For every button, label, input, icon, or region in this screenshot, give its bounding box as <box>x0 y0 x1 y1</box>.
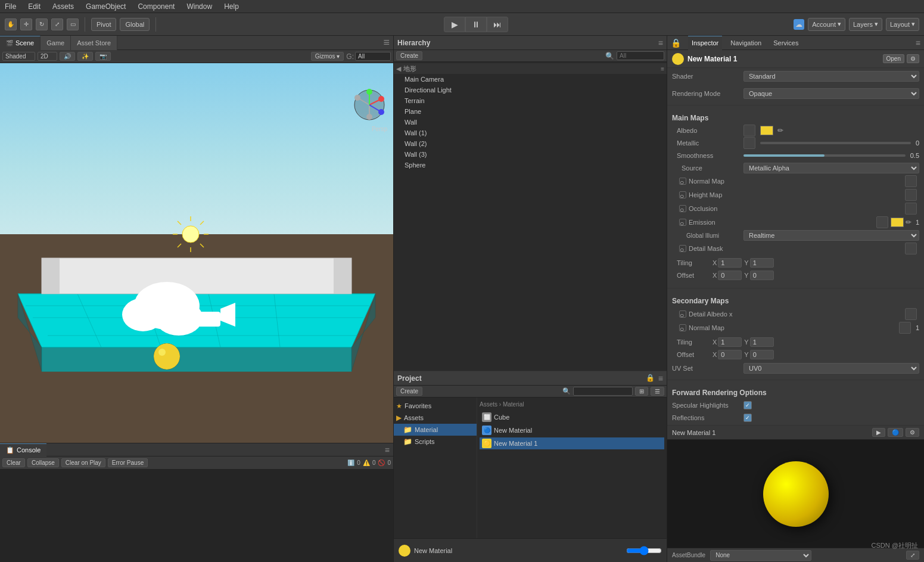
move-tool[interactable]: ✛ <box>20 18 32 30</box>
shade-dropdown[interactable]: Shaded <box>2 52 35 61</box>
cloud-icon[interactable]: ☁ <box>794 19 804 30</box>
preview-play-btn[interactable]: ▶ <box>872 428 885 437</box>
project-sort-btn[interactable]: ⊞ <box>635 387 648 396</box>
metallic-map-slot[interactable] <box>743 137 755 149</box>
tab-asset-store[interactable]: Asset Store <box>71 36 117 50</box>
list-item[interactable]: Wall (1) <box>394 128 667 138</box>
list-item[interactable]: Wall (2) <box>394 138 667 149</box>
secondary-normal-slot[interactable] <box>899 322 911 334</box>
tab-services[interactable]: Services <box>770 36 802 50</box>
emission-check[interactable]: ○ <box>679 219 686 226</box>
project-create-btn[interactable]: Create <box>396 387 422 396</box>
rendering-mode-dropdown[interactable]: Opaque <box>743 88 919 99</box>
tiling-x-input[interactable] <box>718 258 742 268</box>
reflections-checkbox[interactable]: ✓ <box>743 414 752 422</box>
global-button[interactable]: Global <box>120 18 150 31</box>
source-dropdown[interactable]: Metallic Alpha <box>743 163 919 173</box>
list-item[interactable]: Plane <box>394 106 667 117</box>
project-menu-icon[interactable]: ≡ <box>658 374 663 383</box>
albedo-color-swatch[interactable] <box>760 126 773 135</box>
project-lock-icon[interactable]: 🔒 <box>646 374 655 383</box>
clear-on-play-button[interactable]: Clear on Play <box>61 458 105 467</box>
hierarchy-search-input[interactable] <box>617 51 664 60</box>
scene-gizmo[interactable] <box>351 87 387 123</box>
list-item[interactable]: ⬜ Cube <box>480 411 664 423</box>
hierarchy-menu[interactable]: ≡ <box>658 38 663 48</box>
occlusion-map-slot[interactable] <box>905 203 917 215</box>
tree-item-favorites[interactable]: ★ Favorites <box>394 400 477 412</box>
secondary-offset-x-input[interactable] <box>718 350 742 359</box>
play-button[interactable]: ▶ <box>444 17 465 32</box>
albedo-picker-icon[interactable]: ✏ <box>776 126 785 135</box>
list-item[interactable]: Terrain <box>394 95 667 106</box>
emission-map-slot[interactable] <box>876 216 888 228</box>
rect-tool[interactable]: ▭ <box>67 18 79 30</box>
global-illum-dropdown[interactable]: Realtime <box>743 230 919 241</box>
menu-component[interactable]: Component <box>135 2 177 11</box>
preview-expand-btn[interactable]: ⤢ <box>906 551 919 560</box>
list-item[interactable]: Directional Light <box>394 85 667 95</box>
gizmos-dropdown[interactable]: Gizmos ▾ <box>311 52 344 61</box>
menu-gameobject[interactable]: GameObject <box>83 2 128 11</box>
emission-color-swatch[interactable] <box>891 218 904 227</box>
step-button[interactable]: ⏭ <box>487 17 508 32</box>
offset-x-input[interactable] <box>718 271 742 280</box>
tab-navigation[interactable]: Navigation <box>727 36 765 50</box>
list-item[interactable]: Sphere <box>394 160 667 170</box>
error-pause-button[interactable]: Error Pause <box>108 458 148 467</box>
project-list-btn[interactable]: ☰ <box>651 387 664 396</box>
menu-file[interactable]: File <box>2 2 18 11</box>
assetbundle-dropdown[interactable]: None <box>710 550 811 561</box>
tree-item-scripts[interactable]: 📁 Scripts <box>394 436 477 448</box>
albedo-map-slot[interactable] <box>743 125 755 136</box>
tiling-y-input[interactable] <box>750 258 774 268</box>
audio-btn[interactable]: 🔊 <box>60 52 75 61</box>
layout-dropdown[interactable]: Layout ▾ <box>886 18 919 31</box>
detail-mask-check[interactable]: ○ <box>679 245 686 252</box>
layers-dropdown[interactable]: Layers ▾ <box>849 18 882 31</box>
preview-zoom-slider[interactable] <box>626 546 662 555</box>
occlusion-check[interactable]: ○ <box>679 205 686 212</box>
2d-dropdown[interactable]: 2D <box>38 52 57 61</box>
height-map-check[interactable]: ○ <box>679 191 686 198</box>
hierarchy-root-menu[interactable]: ≡ <box>661 66 664 72</box>
list-item[interactable]: Wall (3) <box>394 149 667 160</box>
specular-checkbox[interactable]: ✓ <box>743 401 752 409</box>
collapse-button[interactable]: Collapse <box>27 458 59 467</box>
tab-inspector[interactable]: Inspector <box>688 36 722 50</box>
shader-dropdown[interactable]: Standard <box>743 71 919 82</box>
menu-window[interactable]: Window <box>184 2 214 11</box>
scale-tool[interactable]: ⤢ <box>51 18 63 30</box>
detail-albedo-slot[interactable] <box>905 308 917 320</box>
gizmos-input[interactable] <box>355 52 391 61</box>
menu-edit[interactable]: Edit <box>26 2 43 11</box>
material-open-btn[interactable]: Open <box>883 54 904 63</box>
material-settings-btn[interactable]: ⚙ <box>907 54 919 63</box>
menu-help[interactable]: Help <box>222 2 241 11</box>
secondary-tiling-y-input[interactable] <box>750 337 774 347</box>
list-item[interactable]: Wall <box>394 117 667 128</box>
normal-map-check[interactable]: ○ <box>679 178 686 185</box>
clear-button[interactable]: Clear <box>2 458 25 467</box>
lock-icon[interactable]: ≡ <box>379 36 393 49</box>
tab-scene[interactable]: 🎬 Scene <box>0 36 41 50</box>
pivot-button[interactable]: Pivot <box>91 18 116 31</box>
secondary-tiling-x-input[interactable] <box>718 337 742 347</box>
secondary-offset-y-input[interactable] <box>750 350 774 359</box>
rotate-tool[interactable]: ↻ <box>36 18 48 30</box>
tree-item-material[interactable]: 📁 Material <box>394 424 477 436</box>
detail-mask-slot[interactable] <box>905 243 917 254</box>
height-map-slot[interactable] <box>905 189 917 201</box>
inspector-lock-icon[interactable]: 🔒 <box>671 38 681 48</box>
offset-y-input[interactable] <box>750 271 774 280</box>
normal-map-slot[interactable] <box>905 175 917 187</box>
list-item[interactable]: Main Camera <box>394 74 667 85</box>
pause-button[interactable]: ⏸ <box>465 17 487 32</box>
tree-item-assets[interactable]: ▶ Assets <box>394 412 477 424</box>
hierarchy-create-btn[interactable]: Create <box>396 51 422 60</box>
console-menu-icon[interactable]: ≡ <box>381 445 393 455</box>
tab-console[interactable]: 📋 Console <box>0 443 46 457</box>
inspector-menu[interactable]: ≡ <box>916 38 920 48</box>
account-dropdown[interactable]: Account ▾ <box>808 18 845 31</box>
root-collapse-icon[interactable]: ◀ <box>396 65 401 73</box>
